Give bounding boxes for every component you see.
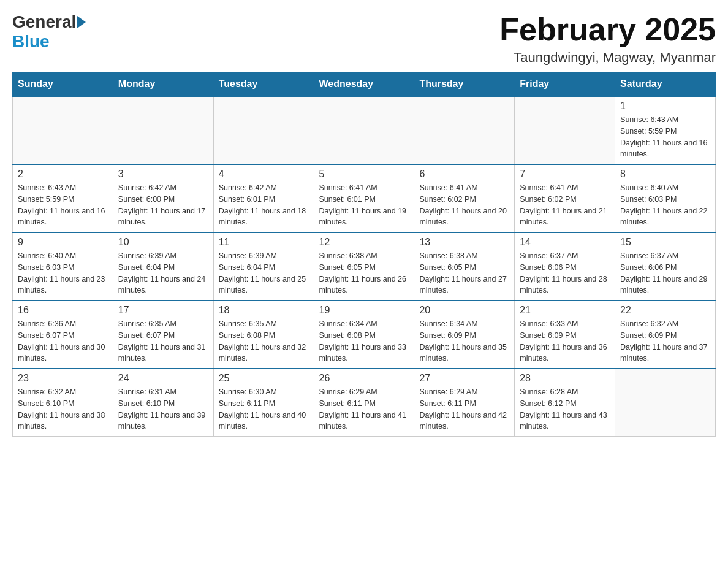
page-header: General Blue February 2025 Taungdwingyi,… <box>12 12 716 66</box>
day-number: 16 <box>18 305 108 316</box>
table-row: 24Sunrise: 6:31 AMSunset: 6:10 PMDayligh… <box>113 369 213 437</box>
day-number: 26 <box>319 373 409 384</box>
day-number: 11 <box>219 237 309 248</box>
table-row: 25Sunrise: 6:30 AMSunset: 6:11 PMDayligh… <box>213 369 314 437</box>
day-number: 14 <box>520 237 610 248</box>
table-row <box>615 369 716 437</box>
table-row: 7Sunrise: 6:41 AMSunset: 6:02 PMDaylight… <box>515 164 615 232</box>
table-row <box>213 96 314 164</box>
day-info: Sunrise: 6:31 AMSunset: 6:10 PMDaylight:… <box>118 386 208 432</box>
day-number: 24 <box>118 373 208 384</box>
table-row: 19Sunrise: 6:34 AMSunset: 6:08 PMDayligh… <box>314 301 414 369</box>
table-row: 8Sunrise: 6:40 AMSunset: 6:03 PMDaylight… <box>615 164 716 232</box>
day-number: 20 <box>419 305 509 316</box>
table-row: 4Sunrise: 6:42 AMSunset: 6:01 PMDaylight… <box>213 164 314 232</box>
day-number: 4 <box>219 169 309 180</box>
day-number: 1 <box>620 101 710 112</box>
calendar-week-row: 9Sunrise: 6:40 AMSunset: 6:03 PMDaylight… <box>13 232 716 301</box>
day-number: 19 <box>319 305 409 316</box>
table-row <box>13 96 113 164</box>
day-info: Sunrise: 6:36 AMSunset: 6:07 PMDaylight:… <box>18 318 108 364</box>
location-subtitle: Taungdwingyi, Magway, Myanmar <box>499 50 716 66</box>
calendar-week-row: 1Sunrise: 6:43 AMSunset: 5:59 PMDaylight… <box>13 96 716 164</box>
calendar-week-row: 2Sunrise: 6:43 AMSunset: 5:59 PMDaylight… <box>13 164 716 232</box>
day-number: 3 <box>118 169 208 180</box>
table-row: 23Sunrise: 6:32 AMSunset: 6:10 PMDayligh… <box>13 369 113 437</box>
col-monday: Monday <box>113 72 213 97</box>
day-number: 22 <box>620 305 710 316</box>
day-info: Sunrise: 6:39 AMSunset: 6:04 PMDaylight:… <box>219 250 309 296</box>
day-info: Sunrise: 6:37 AMSunset: 6:06 PMDaylight:… <box>620 250 710 296</box>
day-number: 27 <box>419 373 509 384</box>
table-row: 5Sunrise: 6:41 AMSunset: 6:01 PMDaylight… <box>314 164 414 232</box>
day-info: Sunrise: 6:35 AMSunset: 6:08 PMDaylight:… <box>219 318 309 364</box>
table-row: 28Sunrise: 6:28 AMSunset: 6:12 PMDayligh… <box>515 369 615 437</box>
table-row: 18Sunrise: 6:35 AMSunset: 6:08 PMDayligh… <box>213 301 314 369</box>
table-row: 1Sunrise: 6:43 AMSunset: 5:59 PMDaylight… <box>615 96 716 164</box>
title-section: February 2025 Taungdwingyi, Magway, Myan… <box>499 12 716 66</box>
table-row: 12Sunrise: 6:38 AMSunset: 6:05 PMDayligh… <box>314 232 414 301</box>
day-info: Sunrise: 6:29 AMSunset: 6:11 PMDaylight:… <box>319 386 409 432</box>
day-info: Sunrise: 6:34 AMSunset: 6:09 PMDaylight:… <box>419 318 509 364</box>
day-info: Sunrise: 6:35 AMSunset: 6:07 PMDaylight:… <box>118 318 208 364</box>
day-info: Sunrise: 6:28 AMSunset: 6:12 PMDaylight:… <box>520 386 610 432</box>
day-number: 21 <box>520 305 610 316</box>
day-info: Sunrise: 6:41 AMSunset: 6:02 PMDaylight:… <box>419 182 509 228</box>
day-number: 5 <box>319 169 409 180</box>
col-tuesday: Tuesday <box>213 72 314 97</box>
col-friday: Friday <box>515 72 615 97</box>
logo-arrow-icon <box>77 16 86 28</box>
calendar-table: Sunday Monday Tuesday Wednesday Thursday… <box>12 72 716 437</box>
day-info: Sunrise: 6:40 AMSunset: 6:03 PMDaylight:… <box>620 182 710 228</box>
col-wednesday: Wednesday <box>314 72 414 97</box>
table-row <box>414 96 515 164</box>
day-info: Sunrise: 6:37 AMSunset: 6:06 PMDaylight:… <box>520 250 610 296</box>
table-row: 3Sunrise: 6:42 AMSunset: 6:00 PMDaylight… <box>113 164 213 232</box>
day-info: Sunrise: 6:43 AMSunset: 5:59 PMDaylight:… <box>620 114 710 160</box>
day-number: 9 <box>18 237 108 248</box>
table-row: 11Sunrise: 6:39 AMSunset: 6:04 PMDayligh… <box>213 232 314 301</box>
logo: General Blue <box>12 12 87 52</box>
day-info: Sunrise: 6:32 AMSunset: 6:10 PMDaylight:… <box>18 386 108 432</box>
day-info: Sunrise: 6:32 AMSunset: 6:09 PMDaylight:… <box>620 318 710 364</box>
day-info: Sunrise: 6:40 AMSunset: 6:03 PMDaylight:… <box>18 250 108 296</box>
table-row: 2Sunrise: 6:43 AMSunset: 5:59 PMDaylight… <box>13 164 113 232</box>
logo-blue-text: Blue <box>12 32 50 51</box>
table-row: 9Sunrise: 6:40 AMSunset: 6:03 PMDaylight… <box>13 232 113 301</box>
day-number: 6 <box>419 169 509 180</box>
day-number: 28 <box>520 373 610 384</box>
table-row: 15Sunrise: 6:37 AMSunset: 6:06 PMDayligh… <box>615 232 716 301</box>
day-info: Sunrise: 6:43 AMSunset: 5:59 PMDaylight:… <box>18 182 108 228</box>
table-row: 13Sunrise: 6:38 AMSunset: 6:05 PMDayligh… <box>414 232 515 301</box>
day-info: Sunrise: 6:34 AMSunset: 6:08 PMDaylight:… <box>319 318 409 364</box>
day-info: Sunrise: 6:42 AMSunset: 6:01 PMDaylight:… <box>219 182 309 228</box>
day-number: 17 <box>118 305 208 316</box>
month-title: February 2025 <box>499 12 716 47</box>
calendar-header-row: Sunday Monday Tuesday Wednesday Thursday… <box>13 72 716 97</box>
table-row: 26Sunrise: 6:29 AMSunset: 6:11 PMDayligh… <box>314 369 414 437</box>
col-saturday: Saturday <box>615 72 716 97</box>
table-row: 22Sunrise: 6:32 AMSunset: 6:09 PMDayligh… <box>615 301 716 369</box>
day-number: 8 <box>620 169 710 180</box>
table-row: 27Sunrise: 6:29 AMSunset: 6:11 PMDayligh… <box>414 369 515 437</box>
day-info: Sunrise: 6:29 AMSunset: 6:11 PMDaylight:… <box>419 386 509 432</box>
day-number: 15 <box>620 237 710 248</box>
table-row <box>314 96 414 164</box>
day-info: Sunrise: 6:30 AMSunset: 6:11 PMDaylight:… <box>219 386 309 432</box>
calendar-week-row: 16Sunrise: 6:36 AMSunset: 6:07 PMDayligh… <box>13 301 716 369</box>
table-row: 20Sunrise: 6:34 AMSunset: 6:09 PMDayligh… <box>414 301 515 369</box>
day-number: 25 <box>219 373 309 384</box>
day-number: 13 <box>419 237 509 248</box>
day-info: Sunrise: 6:33 AMSunset: 6:09 PMDaylight:… <box>520 318 610 364</box>
day-number: 10 <box>118 237 208 248</box>
day-info: Sunrise: 6:41 AMSunset: 6:01 PMDaylight:… <box>319 182 409 228</box>
day-number: 7 <box>520 169 610 180</box>
table-row <box>515 96 615 164</box>
table-row: 17Sunrise: 6:35 AMSunset: 6:07 PMDayligh… <box>113 301 213 369</box>
col-sunday: Sunday <box>13 72 113 97</box>
day-number: 23 <box>18 373 108 384</box>
day-info: Sunrise: 6:42 AMSunset: 6:00 PMDaylight:… <box>118 182 208 228</box>
day-info: Sunrise: 6:38 AMSunset: 6:05 PMDaylight:… <box>319 250 409 296</box>
table-row: 10Sunrise: 6:39 AMSunset: 6:04 PMDayligh… <box>113 232 213 301</box>
day-number: 12 <box>319 237 409 248</box>
